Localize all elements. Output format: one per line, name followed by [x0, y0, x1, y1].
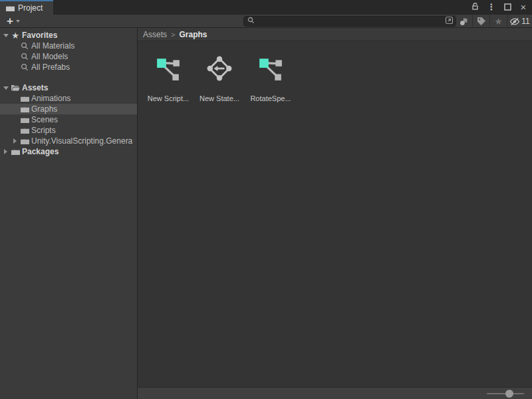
tree-item-all-prefabs[interactable]: All Prefabs — [0, 62, 137, 72]
folder-icon — [20, 126, 29, 135]
search-by-label-button[interactable] — [472, 15, 489, 28]
folder-open-icon — [11, 83, 20, 92]
folder-tree: ★ Favorites All Materials All Models Al — [0, 28, 138, 399]
hidden-count: 11 — [521, 17, 529, 26]
tree-item-favorites[interactable]: ★ Favorites — [0, 30, 137, 41]
create-asset-button[interactable]: + — [4, 15, 23, 27]
favorites-star-icon: ★ — [11, 31, 20, 40]
star-icon: ★ — [494, 17, 503, 26]
folder-icon — [20, 115, 29, 124]
asset-label: New State... — [200, 94, 239, 102]
breadcrumb: Assets > Graphs — [138, 28, 532, 41]
script-graph-icon — [156, 56, 181, 81]
asset-item-new-script[interactable]: New Script... — [143, 56, 194, 102]
close-icon[interactable]: × — [517, 1, 529, 13]
asset-pane: Assets > Graphs New Script... — [138, 28, 532, 399]
chevron-down-icon — [16, 20, 20, 23]
slider-knob[interactable] — [505, 390, 513, 398]
state-graph-icon — [207, 56, 232, 81]
folder-icon — [20, 136, 29, 146]
tag-icon — [477, 17, 486, 26]
tree-item-packages[interactable]: Packages — [0, 146, 137, 157]
asset-grid[interactable]: New Script... New State... — [138, 41, 532, 387]
tree-item-unity-visualscripting[interactable]: Unity.VisualScripting.Genera — [0, 136, 137, 146]
open-search-window-icon[interactable] — [445, 16, 454, 27]
tree-item-all-models[interactable]: All Models — [0, 51, 137, 62]
project-toolbar: + ★ 11 — [0, 15, 532, 28]
tab-title: Project — [18, 3, 43, 13]
search-by-type-button[interactable] — [455, 15, 472, 28]
folder-icon — [5, 3, 15, 13]
unlock-icon[interactable] — [469, 1, 481, 13]
project-window: Project ⋮ × + — [0, 0, 532, 399]
tree-item-scripts[interactable]: Scripts — [0, 125, 137, 136]
folder-icon — [20, 94, 29, 103]
thumbnail-size-slider[interactable] — [487, 389, 524, 398]
tree-item-scenes[interactable]: Scenes — [0, 114, 137, 125]
foldout-open-icon[interactable] — [3, 34, 9, 37]
tree-item-graphs[interactable]: Graphs — [0, 104, 137, 114]
kebab-menu-icon[interactable]: ⋮ — [485, 1, 497, 13]
asset-label: RotateSpe... — [250, 94, 291, 102]
eye-off-icon — [509, 17, 520, 26]
shapes-icon — [460, 17, 469, 26]
tab-project[interactable]: Project — [0, 0, 53, 15]
search-icon — [247, 17, 255, 26]
tree-item-assets[interactable]: Assets — [0, 82, 137, 93]
save-search-button[interactable]: ★ — [489, 15, 507, 28]
toolbar-filter-group: ★ 11 — [455, 15, 532, 28]
foldout-closed-icon[interactable] — [4, 149, 7, 154]
asset-label: New Script... — [148, 94, 189, 102]
tree-item-all-materials[interactable]: All Materials — [0, 41, 137, 51]
status-bar — [138, 387, 532, 399]
main-area: ★ Favorites All Materials All Models Al — [0, 28, 532, 399]
breadcrumb-separator-icon: > — [171, 31, 175, 39]
breadcrumb-root[interactable]: Assets — [143, 30, 167, 39]
foldout-closed-icon[interactable] — [13, 138, 17, 144]
asset-item-rotatespe[interactable]: RotateSpe... — [245, 56, 296, 102]
saved-search-icon — [20, 52, 29, 61]
tab-bar: Project ⋮ × — [0, 0, 532, 15]
saved-search-icon — [20, 63, 29, 72]
plus-icon: + — [7, 17, 13, 26]
asset-item-new-state[interactable]: New State... — [194, 56, 245, 102]
script-graph-icon — [258, 56, 283, 81]
saved-search-icon — [20, 41, 29, 51]
folder-icon — [11, 147, 20, 156]
search-input[interactable] — [257, 17, 442, 26]
maximize-icon[interactable] — [501, 1, 513, 13]
tree-item-animations[interactable]: Animations — [0, 93, 137, 104]
search-field[interactable] — [243, 16, 456, 27]
foldout-open-icon[interactable] — [3, 86, 9, 90]
window-controls: ⋮ × — [469, 0, 529, 13]
folder-icon — [20, 104, 29, 114]
breadcrumb-current[interactable]: Graphs — [179, 30, 207, 39]
hidden-packages-toggle[interactable]: 11 — [507, 15, 532, 28]
